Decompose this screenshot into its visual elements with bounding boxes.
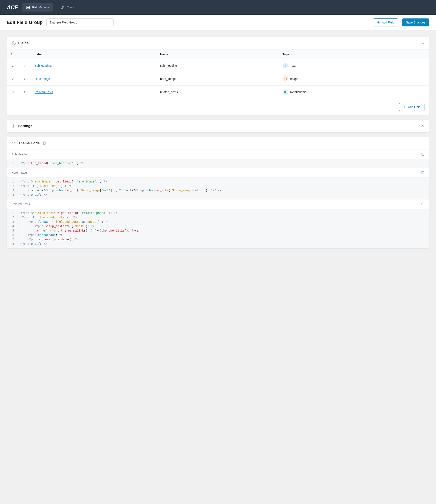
code-block-title: Related Posts [11, 202, 30, 206]
code-line: 4<?php endif; ?> [7, 193, 429, 197]
code-block: 1<?php the_field( 'sub_heading' ); ?> [7, 159, 429, 168]
nav-field-groups[interactable]: Field Groups [22, 3, 53, 11]
tools-icon [61, 5, 65, 9]
svg-point-5 [13, 43, 14, 44]
table-row[interactable]: 2 Hero Image hero_image Image [7, 72, 429, 86]
clipboard-icon [421, 153, 425, 156]
theme-code-panel-header: Theme Code [7, 137, 429, 150]
code-line: 2<?php if ( $hero_image ) : ?> [7, 184, 429, 188]
settings-panel-collapse[interactable] [421, 124, 425, 128]
code-text: <?php foreach ( $related_posts as $post … [20, 220, 109, 224]
code-block-title: Hero Image [11, 171, 27, 174]
code-line: 5 <a href="<?php the_permalink(); ?>"><?… [7, 229, 429, 233]
code-block-header: Related Posts [7, 199, 429, 209]
chevron-right-icon [23, 90, 26, 94]
field-group-title-input[interactable] [46, 18, 114, 27]
add-field-button-header[interactable]: Add Field [373, 18, 398, 27]
copy-code-button[interactable] [421, 153, 425, 156]
code-text: <?php endforeach; ?> [20, 233, 63, 237]
line-number: 4 [7, 193, 17, 197]
code-line: 3 <img src="<?php echo esc_url( $hero_im… [7, 188, 429, 193]
row-number: 3 [7, 86, 19, 99]
col-label: Label [30, 50, 156, 59]
code-line: 1<?php the_field( 'sub_heading' ); ?> [7, 161, 429, 166]
col-expand [19, 50, 30, 59]
code-text: <?php the_field( 'sub_heading' ); ?> [20, 161, 84, 166]
header-bar: Edit Field Group Add Field Save Changes [0, 15, 436, 30]
page-title: Edit Field Group [7, 20, 43, 25]
clipboard-icon [421, 171, 425, 174]
settings-icon [11, 41, 16, 45]
code-text: <?php wp_reset_postdata(); ?> [20, 237, 79, 242]
line-number: 6 [7, 233, 17, 237]
col-number: # [7, 50, 19, 59]
field-type: Text [290, 64, 296, 67]
line-number: 2 [7, 184, 17, 188]
code-line: 7 <?php wp_reset_postdata(); ?> [7, 237, 429, 242]
copy-all-button[interactable] [42, 141, 46, 145]
field-name: sub_heading [156, 59, 278, 72]
svg-point-7 [285, 78, 285, 79]
row-expand[interactable] [19, 86, 30, 99]
code-text: <?php endif; ?> [20, 193, 47, 197]
svg-rect-16 [422, 203, 424, 205]
code-text: <?php if ( $hero_image ) : ?> [20, 184, 72, 188]
field-type: Relationship [290, 90, 306, 94]
code-text: <?php setup_postdata ( $post ); ?> [20, 224, 94, 229]
add-field-button-footer[interactable]: Add Field [399, 103, 425, 111]
code-text: <?php $hero_image = get_field( 'hero_ima… [20, 180, 107, 184]
clipboard-icon [42, 141, 46, 145]
chevron-right-icon [23, 64, 26, 67]
nav-tools-label: Tools [67, 6, 74, 9]
code-line: 6 <?php endforeach; ?> [7, 233, 429, 237]
fields-panel-title: Fields [18, 41, 28, 45]
row-number: 1 [7, 59, 19, 72]
type-text-icon: T [283, 63, 288, 68]
chevron-up-icon [421, 124, 425, 128]
row-expand[interactable] [19, 72, 30, 86]
code-text: <?php endif; ?> [20, 242, 47, 246]
table-row[interactable]: 1 Sub Heading sub_heading T Text [7, 59, 429, 72]
code-line: 1<?php $related_posts = get_field( 'rela… [7, 211, 429, 216]
chevron-right-icon [23, 77, 26, 80]
svg-rect-14 [422, 153, 424, 156]
copy-code-button[interactable] [421, 171, 425, 174]
code-line: 3 <?php foreach ( $related_posts as $pos… [7, 220, 429, 224]
line-number: 5 [7, 229, 17, 233]
table-row[interactable]: 3 Related Posts related_posts Relationsh… [7, 86, 429, 99]
row-expand[interactable] [19, 59, 30, 72]
line-number: 7 [7, 237, 17, 242]
type-image-icon [283, 76, 288, 81]
nav-field-groups-label: Field Groups [32, 6, 49, 9]
field-label-link[interactable]: Sub Heading [35, 64, 52, 67]
col-type: Type [278, 50, 429, 59]
settings-panel-title: Settings [18, 124, 32, 128]
line-number: 3 [7, 220, 17, 224]
fields-panel: Fields # Label Name Type 1 Sub Headi [6, 37, 430, 115]
theme-code-panel: Theme Code Sub Heading1<?php the_field( … [6, 137, 430, 249]
nav-tools[interactable]: Tools [57, 3, 78, 11]
line-number: 1 [7, 161, 17, 166]
col-name: Name [156, 50, 278, 59]
code-line: 4 <?php setup_postdata ( $post ); ?> [7, 224, 429, 229]
code-block-header: Sub Heading [7, 150, 429, 159]
code-text: <?php $related_posts = get_field( 'relat… [20, 211, 117, 216]
add-field-label: Add Field [382, 21, 394, 24]
field-label-link[interactable]: Related Posts [35, 90, 53, 94]
copy-code-button[interactable] [421, 202, 425, 206]
field-label-link[interactable]: Hero Image [35, 77, 50, 81]
add-field-label: Add Field [408, 105, 420, 109]
svg-rect-13 [43, 142, 45, 144]
save-changes-button[interactable]: Save Changes [402, 18, 429, 27]
fields-table: # Label Name Type 1 Sub Heading sub_head… [7, 49, 429, 99]
code-text: <a href="<?php the_permalink(); ?>"><?ph… [20, 229, 140, 233]
field-type: Image [290, 77, 298, 81]
plus-icon [377, 21, 380, 24]
code-block: 1<?php $hero_image = get_field( 'hero_im… [7, 177, 429, 199]
code-block: 1<?php $related_posts = get_field( 'rela… [7, 209, 429, 248]
code-text: <img src="<?php echo esc_url( $hero_imag… [20, 188, 222, 193]
gear-icon [11, 124, 16, 128]
theme-code-panel-title: Theme Code [18, 141, 40, 145]
fields-panel-collapse[interactable] [421, 41, 425, 45]
top-nav: ACF Field Groups Tools [0, 0, 436, 15]
